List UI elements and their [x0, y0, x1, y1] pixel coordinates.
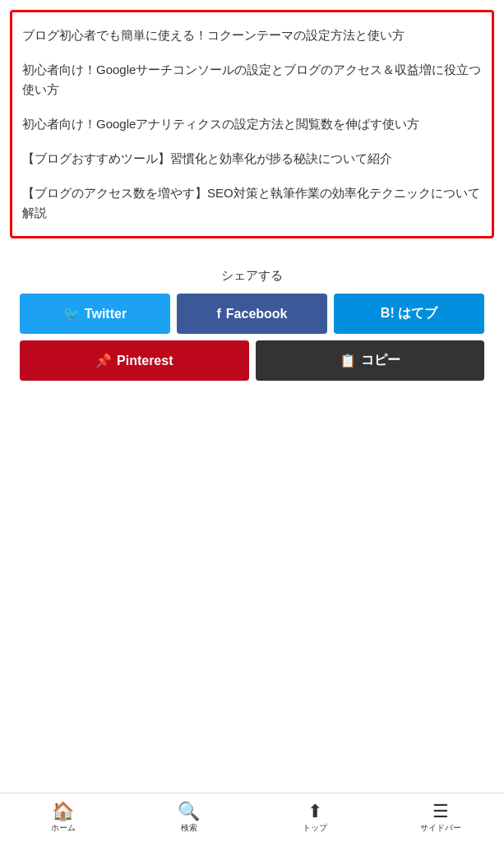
hatena-button[interactable]: B! はてブ: [334, 294, 484, 334]
related-item[interactable]: 初心者向け！Googleアナリティクスの設定方法と閲覧数を伸ばす使い方: [22, 114, 482, 134]
related-articles-box: ブログ初心者でも簡単に使える！コクーンテーマの設定方法と使い方 初心者向け！Go…: [10, 10, 494, 238]
pinterest-button[interactable]: 📌 Pinterest: [20, 340, 249, 381]
pinterest-icon: 📌: [95, 353, 112, 368]
home-icon: 🏠: [52, 803, 74, 821]
related-item[interactable]: ブログ初心者でも簡単に使える！コクーンテーマの設定方法と使い方: [22, 25, 482, 45]
nav-home[interactable]: 🏠 ホーム: [0, 793, 126, 842]
nav-sidebar[interactable]: ☰ サイドバー: [378, 793, 504, 842]
twitter-button[interactable]: 🐦 Twitter: [20, 294, 170, 334]
top-icon: ⬆: [307, 803, 322, 821]
search-icon: 🔍: [178, 803, 200, 821]
related-item[interactable]: 【ブログのアクセス数を増やす】SEO対策と執筆作業の効率化テクニックについて解説: [22, 183, 482, 223]
share-title: シェアする: [20, 268, 484, 284]
share-buttons-row1: 🐦 Twitter f Facebook B! はてブ: [20, 294, 484, 334]
related-item-text: ブログ初心者でも簡単に使える！コクーンテーマの設定方法と使い方: [22, 25, 482, 45]
related-item[interactable]: 初心者向け！Googleサーチコンソールの設定とブログのアクセス＆収益増に役立つ…: [22, 60, 482, 99]
sidebar-icon: ☰: [432, 803, 449, 821]
nav-search-label: 検索: [181, 822, 197, 834]
facebook-label: Facebook: [226, 307, 288, 322]
hatena-label: B! はてブ: [381, 305, 437, 322]
facebook-button[interactable]: f Facebook: [177, 294, 327, 334]
nav-top-label: トップ: [303, 822, 327, 834]
twitter-icon: 🐦: [63, 306, 80, 322]
related-item-text: 【ブログおすすめツール】習慣化と効率化が捗る秘訣について紹介: [22, 149, 482, 169]
twitter-label: Twitter: [85, 307, 127, 322]
related-item-text: 【ブログのアクセス数を増やす】SEO対策と執筆作業の効率化テクニックについて解説: [22, 183, 482, 223]
bottom-nav: 🏠 ホーム 🔍 検索 ⬆ トップ ☰ サイドバー: [0, 793, 504, 842]
nav-sidebar-label: サイドバー: [420, 822, 461, 834]
pinterest-label: Pinterest: [117, 354, 173, 368]
copy-button[interactable]: 📋 コピー: [256, 340, 485, 381]
copy-icon: 📋: [340, 353, 356, 368]
related-item-text: 初心者向け！Googleアナリティクスの設定方法と閲覧数を伸ばす使い方: [22, 114, 482, 134]
nav-top[interactable]: ⬆ トップ: [252, 793, 378, 842]
related-item-text: 初心者向け！Googleサーチコンソールの設定とブログのアクセス＆収益増に役立つ…: [22, 60, 482, 99]
share-section: シェアする 🐦 Twitter f Facebook B! はてブ 📌 Pint…: [10, 255, 494, 397]
related-item[interactable]: 【ブログおすすめツール】習慣化と効率化が捗る秘訣について紹介: [22, 149, 482, 169]
copy-label: コピー: [361, 352, 400, 369]
nav-search[interactable]: 🔍 検索: [126, 793, 252, 842]
nav-home-label: ホーム: [51, 822, 76, 834]
share-buttons-row2: 📌 Pinterest 📋 コピー: [20, 340, 484, 381]
facebook-icon: f: [216, 307, 220, 322]
